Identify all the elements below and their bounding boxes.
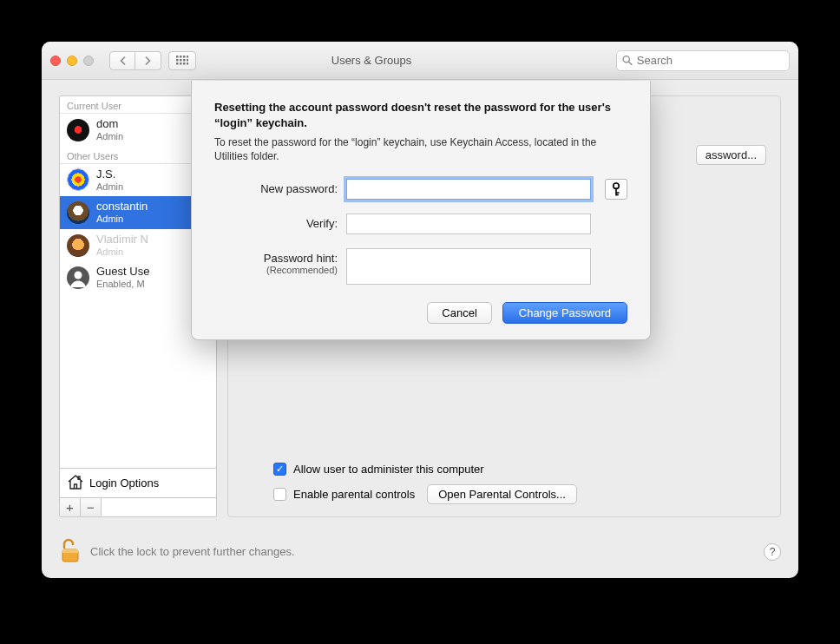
login-options-label: Login Options: [89, 476, 159, 490]
checkbox-checked-icon[interactable]: [273, 463, 286, 476]
new-password-row: New password:: [214, 179, 627, 200]
minimize-icon[interactable]: [67, 56, 77, 66]
login-options-row[interactable]: Login Options: [60, 468, 216, 497]
change-password-sheet: Resetting the account password doesn't r…: [191, 81, 651, 340]
search-icon: [622, 55, 633, 66]
checkbox-icon[interactable]: [273, 488, 286, 501]
hint-label-text: Password hint:: [264, 252, 338, 265]
password-form: New password: Verify: Password hint: (Re…: [214, 179, 627, 285]
admin-options: Allow user to administer this computer E…: [273, 463, 766, 504]
close-icon[interactable]: [50, 56, 61, 66]
user-name: constantin: [96, 200, 148, 214]
lock-row: Click the lock to prevent further change…: [59, 537, 781, 566]
search-field[interactable]: [616, 50, 790, 71]
svg-point-18: [614, 183, 619, 188]
user-role: Admin: [96, 131, 123, 142]
avatar-icon: [67, 266, 89, 289]
sheet-headline: Resetting the account password doesn't r…: [214, 100, 627, 130]
back-button[interactable]: [109, 51, 135, 70]
parental-label: Enable parental controls: [293, 488, 415, 501]
sheet-footer: Cancel Change Password: [214, 302, 627, 324]
verify-label: Verify:: [214, 214, 338, 230]
new-password-label: New password:: [214, 179, 338, 195]
hint-label: Password hint: (Recommended): [214, 248, 338, 275]
house-icon: [67, 474, 84, 492]
lock-text: Click the lock to prevent further change…: [90, 545, 295, 558]
user-role: Admin: [96, 214, 148, 225]
add-user-button[interactable]: +: [60, 498, 81, 516]
titlebar: Users & Groups: [42, 42, 798, 80]
user-role: Enabled, M: [96, 279, 149, 290]
help-button[interactable]: ?: [764, 543, 781, 561]
search-input[interactable]: [637, 54, 784, 67]
zoom-icon: [83, 56, 94, 66]
avatar-icon: [67, 201, 89, 224]
hint-row: Password hint: (Recommended): [214, 248, 627, 285]
svg-line-13: [628, 62, 631, 64]
preferences-window: Users & Groups Current User dom Admin Ot…: [42, 42, 798, 578]
remove-user-button[interactable]: −: [81, 498, 102, 516]
window-title: Users & Groups: [134, 54, 609, 67]
parental-row: Enable parental controls Open Parental C…: [273, 484, 766, 504]
key-icon: [611, 182, 621, 196]
avatar-icon: [67, 168, 89, 191]
allow-admin-row[interactable]: Allow user to administer this computer: [273, 463, 766, 476]
avatar-icon: [67, 234, 89, 257]
lock-open-icon[interactable]: [59, 537, 82, 566]
user-name: Guest Use: [96, 266, 149, 279]
user-role: Admin: [96, 181, 123, 193]
hint-input[interactable]: [346, 248, 591, 285]
traffic-lights: [50, 56, 94, 66]
open-parental-button[interactable]: Open Parental Controls...: [427, 484, 577, 504]
cancel-button[interactable]: Cancel: [427, 302, 491, 324]
user-name: Vladimir N: [96, 233, 148, 246]
hint-sub-label: (Recommended): [214, 265, 338, 275]
change-password-button[interactable]: Change Password: [502, 302, 627, 324]
sheet-subtext: To reset the password for the “login” ke…: [214, 135, 627, 163]
password-assistant-button[interactable]: [605, 179, 627, 200]
sidebar-footer: + −: [60, 497, 216, 516]
allow-admin-label: Allow user to administer this computer: [293, 463, 484, 476]
verify-row: Verify:: [214, 214, 627, 234]
user-name: dom: [96, 118, 123, 131]
user-role: Admin: [96, 246, 148, 258]
avatar-icon: [67, 119, 89, 141]
reset-password-button[interactable]: assword...: [696, 145, 766, 165]
svg-point-14: [75, 272, 82, 279]
verify-input[interactable]: [346, 214, 591, 234]
user-name: J.S.: [96, 168, 123, 181]
new-password-input[interactable]: [346, 179, 591, 200]
svg-rect-17: [62, 549, 78, 553]
